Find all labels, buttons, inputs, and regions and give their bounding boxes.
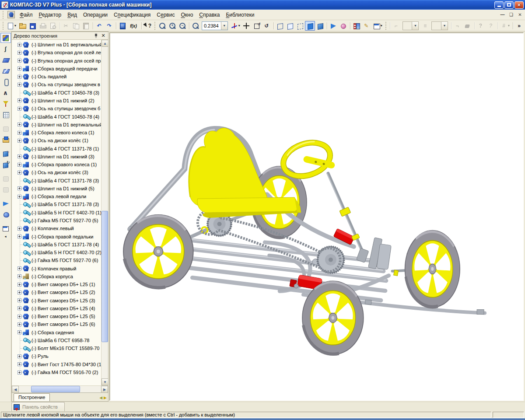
zoom-in-button[interactable] <box>167 21 177 31</box>
tab-construction[interactable]: Построение <box>14 393 50 401</box>
menu-specification[interactable]: Спецификация <box>111 10 154 19</box>
expand-plus-icon[interactable] <box>18 122 21 126</box>
measure-help-2-button[interactable] <box>486 21 496 31</box>
redo-button[interactable] <box>104 21 114 31</box>
specification-panel-button[interactable] <box>0 109 11 119</box>
perspective-button[interactable] <box>338 21 348 31</box>
orientation-button[interactable]: ▾ <box>229 21 242 31</box>
minimize-button[interactable] <box>494 1 504 9</box>
new-window-button[interactable]: ▾ <box>371 21 384 31</box>
scroll-track[interactable] <box>102 47 108 378</box>
menu-service[interactable]: Сервис <box>154 10 178 19</box>
tree-item[interactable]: (-) Втулка опорная для осей пра <box>12 57 101 65</box>
tree-item[interactable]: (-) Шплинт на D1 нижний (2) <box>12 97 101 105</box>
surfaces-button[interactable] <box>0 55 11 65</box>
tree-item[interactable]: (-) Сборка ведущей передачи <box>12 65 101 73</box>
zoom-scale-combo[interactable]: 0.2384 ▼ <box>202 21 228 30</box>
expand-plus-icon[interactable] <box>18 234 21 238</box>
expand-plus-icon[interactable] <box>18 163 21 167</box>
expand-plus-icon[interactable] <box>18 266 21 270</box>
menu-editor[interactable]: Редактор <box>36 10 65 19</box>
scroll-right-icon[interactable]: ▶ <box>101 386 108 393</box>
tree-item[interactable]: (-) Шплинт на D1 нижний (3) <box>12 153 101 161</box>
open-document-button[interactable] <box>18 21 28 31</box>
half-tone-button[interactable] <box>328 21 338 31</box>
tree-item[interactable]: (-) Шплинт на D1 вертикальный <box>12 121 101 129</box>
tree-item[interactable]: (-) Шплинт на D1 нижний (5) <box>12 185 101 192</box>
step-button[interactable] <box>391 21 401 31</box>
tab-scroll-left-icon[interactable]: ◀ <box>99 396 104 401</box>
expand-plus-icon[interactable] <box>18 83 21 87</box>
sketch-button[interactable] <box>361 21 371 31</box>
pan-button[interactable] <box>242 21 252 31</box>
tree-item[interactable]: (-) Винт саморез D5+ L25 (2) <box>12 288 101 296</box>
tree-item[interactable]: (-) Втулка опорная для осей лев <box>12 49 101 56</box>
menu-libraries[interactable]: Библиотеки <box>223 10 257 19</box>
tree-item[interactable]: (-) Шайба 5 Н ГОСТ 6402-70 (2) <box>12 248 101 256</box>
expand-plus-icon[interactable] <box>18 362 21 366</box>
layers-button[interactable] <box>420 21 430 31</box>
corner-mode-button[interactable] <box>452 21 462 31</box>
scroll-up-icon[interactable]: ▲ <box>102 40 108 47</box>
scroll-left-icon[interactable]: ◀ <box>12 386 19 393</box>
document-icon[interactable] <box>7 11 15 18</box>
expand-plus-icon[interactable] <box>18 283 21 287</box>
filter-button[interactable] <box>0 98 11 108</box>
tree-item[interactable]: (-) Винт саморез D5+ L25 (6) <box>12 320 101 328</box>
expand-plus-icon[interactable] <box>18 51 21 55</box>
tree-item[interactable]: (-) Шайба 4 ГОСТ 11371-78 (3) <box>12 177 101 185</box>
tree-item[interactable]: (-) Колпачек левый <box>12 224 101 232</box>
tree-horizontal-scrollbar[interactable]: ◀ ▶ <box>12 385 108 392</box>
expand-plus-icon[interactable] <box>18 154 21 158</box>
tree-item[interactable]: (-) Винт саморез D5+ L25 (3) <box>12 297 101 304</box>
solid-mode-button[interactable] <box>462 21 472 31</box>
collapse-panel-arrow-icon[interactable]: ◂ <box>4 234 6 238</box>
print-button[interactable] <box>38 21 48 31</box>
tree-item[interactable]: (-) Сборка левой педали <box>12 192 101 200</box>
save-button[interactable] <box>28 21 38 31</box>
tree-item[interactable]: (-) Ось на ступицы звездочек б <box>12 105 101 112</box>
expand-plus-icon[interactable] <box>18 139 21 143</box>
tree-item[interactable]: (-) Винт саморез D5+ L25 (4) <box>12 304 101 312</box>
tree-item[interactable]: (-) Ось на ступицы звездочек в <box>12 80 101 88</box>
model-view-button[interactable] <box>0 148 11 158</box>
zoom-out-button[interactable] <box>177 21 187 31</box>
tree-item[interactable]: (-) Сборка правой педальки <box>12 232 101 240</box>
variables-button[interactable] <box>127 21 140 31</box>
tree-item[interactable]: (-) Гайка М5 ГОСТ 5927-70 (6) <box>12 256 101 264</box>
new-document-button[interactable]: ▾ <box>5 21 18 31</box>
cut-button[interactable] <box>61 21 71 31</box>
toolbar-grip[interactable] <box>154 22 156 30</box>
expand-plus-icon[interactable] <box>18 354 21 358</box>
expand-plus-icon[interactable] <box>18 66 21 70</box>
expand-plus-icon[interactable] <box>18 195 21 199</box>
menu-window[interactable]: Окно <box>178 10 196 19</box>
child-restore-button[interactable]: ❏ <box>508 11 515 18</box>
tree-item[interactable]: (-) Ось на диски колёс (3) <box>12 168 101 176</box>
tool-disabled-2-button[interactable] <box>0 184 11 194</box>
tree-item[interactable]: (-) Колпачек правый <box>12 264 101 272</box>
dropdown-arrow-icon[interactable]: ▾ <box>14 24 16 28</box>
tree-item[interactable]: (-) Винт саморез D5+ L25 (1) <box>12 280 101 288</box>
tree-item[interactable]: (-) Шайба 4 ГОСТ 10450-78 (3) <box>12 89 101 97</box>
expand-plus-icon[interactable] <box>18 315 21 318</box>
expand-plus-icon[interactable] <box>18 171 21 175</box>
rebuild-button[interactable] <box>351 21 361 31</box>
expand-plus-icon[interactable] <box>18 43 21 47</box>
scroll-down-icon[interactable]: ▼ <box>102 378 108 385</box>
expand-plus-icon[interactable] <box>18 227 21 231</box>
expand-plus-icon[interactable] <box>18 306 21 310</box>
sketch-3d-button[interactable] <box>0 198 11 208</box>
tree-item[interactable]: (-) Шайба 6 ГОСТ 6958-78 <box>12 336 101 344</box>
rotate-model-button[interactable] <box>0 159 11 169</box>
tree-item[interactable]: (-) Ось пидалей <box>12 73 101 80</box>
grid-button[interactable]: ▾ <box>499 21 511 31</box>
scroll-thumb[interactable] <box>31 386 80 392</box>
menu-file[interactable]: Файл <box>17 10 36 19</box>
paste-button[interactable] <box>81 21 91 31</box>
print-preview-button[interactable] <box>48 21 58 31</box>
expand-plus-icon[interactable] <box>18 59 21 63</box>
tree-item[interactable]: (-) Сборка корпуса <box>12 273 101 280</box>
child-close-button[interactable]: ✕ <box>516 11 524 18</box>
tree-item[interactable]: (-) Руль <box>12 352 101 360</box>
